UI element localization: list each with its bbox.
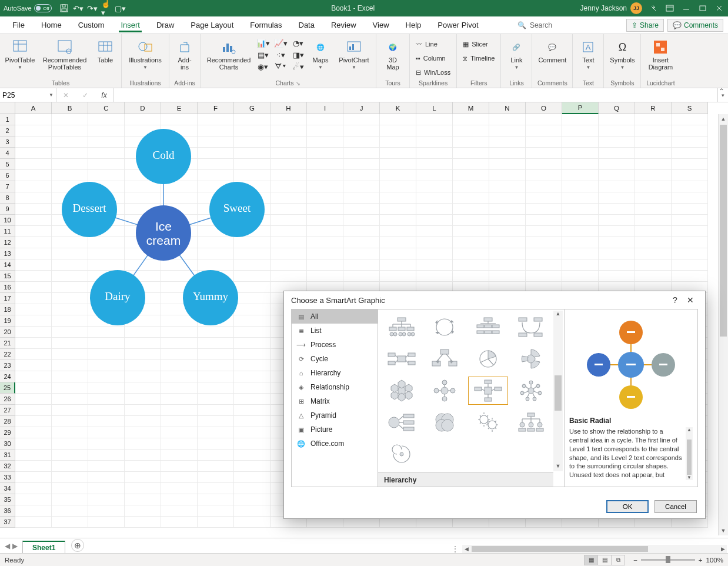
cell[interactable] — [599, 136, 635, 148]
spark-line-button[interactable]: 〰Line — [413, 38, 453, 51]
cell[interactable] — [125, 505, 161, 517]
tab-view[interactable]: View — [365, 18, 397, 32]
smartart-node[interactable]: Sweet — [223, 202, 251, 214]
row-header[interactable]: 26 — [0, 394, 15, 405]
smartart-node[interactable]: Yummy — [193, 290, 229, 302]
cell[interactable] — [526, 125, 562, 136]
cell[interactable] — [489, 215, 526, 226]
row-header[interactable]: 30 — [0, 438, 15, 450]
cell[interactable] — [599, 259, 635, 271]
share-button[interactable]: ⇪Share — [626, 19, 664, 32]
smartart-thumb[interactable] — [382, 313, 422, 341]
cell[interactable] — [562, 125, 599, 136]
cell[interactable] — [307, 215, 343, 226]
user-menu[interactable]: Jenny Jackson JJ — [580, 2, 642, 14]
cell[interactable] — [198, 438, 234, 450]
row-header[interactable]: 14 — [0, 259, 15, 271]
cell[interactable] — [125, 405, 161, 416]
column-header[interactable]: B — [52, 102, 88, 114]
cell[interactable] — [161, 494, 198, 505]
cell[interactable] — [198, 382, 234, 394]
cell[interactable] — [15, 360, 52, 371]
category-item[interactable]: ⟳Cycle — [292, 352, 378, 366]
cell[interactable] — [234, 494, 271, 505]
cell[interactable] — [198, 494, 234, 505]
cell[interactable] — [489, 159, 526, 170]
cell[interactable] — [15, 394, 52, 405]
cell[interactable] — [489, 148, 526, 159]
cell[interactable] — [125, 338, 161, 349]
row-header[interactable]: 7 — [0, 181, 15, 192]
column-header[interactable]: F — [198, 102, 234, 114]
cell[interactable] — [52, 483, 88, 494]
smartart-thumb[interactable] — [382, 377, 422, 405]
column-header[interactable]: R — [635, 102, 672, 114]
cell[interactable] — [599, 226, 635, 237]
cell[interactable] — [198, 338, 234, 349]
cell[interactable] — [234, 360, 271, 371]
cell[interactable] — [672, 136, 708, 148]
cell[interactable] — [307, 259, 343, 271]
cell[interactable] — [635, 215, 672, 226]
cell[interactable] — [343, 170, 380, 181]
cell[interactable] — [380, 215, 416, 226]
tab-file[interactable]: File — [5, 18, 32, 32]
cell[interactable] — [489, 259, 526, 271]
cell[interactable] — [635, 204, 672, 215]
cell[interactable] — [15, 461, 52, 472]
cell[interactable] — [672, 204, 708, 215]
cell[interactable] — [161, 416, 198, 427]
cell[interactable] — [416, 125, 453, 136]
dialog-launcher-icon[interactable]: ↘ — [296, 81, 300, 86]
cell[interactable] — [88, 416, 125, 427]
cell[interactable] — [380, 248, 416, 259]
cell[interactable] — [234, 338, 271, 349]
row-header[interactable]: 3 — [0, 136, 15, 148]
cell[interactable] — [88, 382, 125, 394]
cell[interactable] — [125, 371, 161, 382]
cell[interactable] — [635, 192, 672, 204]
cell[interactable] — [453, 148, 489, 159]
qat-expand-icon[interactable]: ▢▾ — [115, 3, 126, 14]
cell[interactable] — [161, 517, 198, 528]
cell[interactable] — [526, 204, 562, 215]
dialog-close-icon[interactable]: ✕ — [683, 295, 698, 305]
view-pagebreak-icon[interactable]: ⧉ — [611, 555, 625, 565]
cell[interactable] — [380, 125, 416, 136]
cell[interactable] — [526, 237, 562, 248]
cell[interactable] — [198, 394, 234, 405]
cell[interactable] — [453, 136, 489, 148]
cell[interactable] — [453, 192, 489, 204]
addins-button[interactable]: Add- ins — [173, 36, 196, 71]
surface-chart-icon[interactable]: ◉▾ — [256, 61, 270, 72]
comments-button[interactable]: 💬Comments — [667, 19, 723, 32]
row-header[interactable]: 5 — [0, 159, 15, 170]
cell[interactable] — [526, 170, 562, 181]
cell[interactable] — [307, 248, 343, 259]
cell[interactable] — [52, 349, 88, 360]
row-header[interactable]: 22 — [0, 349, 15, 360]
cell[interactable] — [489, 181, 526, 192]
row-header[interactable]: 4 — [0, 148, 15, 159]
cell[interactable] — [125, 483, 161, 494]
close-icon[interactable] — [714, 3, 724, 14]
cell[interactable] — [88, 371, 125, 382]
row-header[interactable]: 37 — [0, 517, 15, 528]
cell[interactable] — [635, 226, 672, 237]
cell[interactable] — [416, 192, 453, 204]
pivotchart-button[interactable]: PivotChart ▼ — [336, 36, 372, 70]
slicer-button[interactable]: ▦Slicer — [460, 38, 497, 51]
cell[interactable] — [635, 114, 672, 125]
vertical-scrollbar[interactable]: ▲▼ — [718, 114, 728, 535]
cell[interactable] — [453, 114, 489, 125]
timeline-button[interactable]: ⧖Timeline — [460, 52, 497, 65]
cell[interactable] — [343, 259, 380, 271]
column-header[interactable]: E — [161, 102, 198, 114]
cell[interactable] — [52, 461, 88, 472]
cell[interactable] — [599, 114, 635, 125]
cell[interactable] — [562, 148, 599, 159]
cell[interactable] — [453, 248, 489, 259]
cell[interactable] — [52, 427, 88, 438]
touch-icon[interactable]: ☝▾ — [101, 3, 112, 14]
lucidchart-button[interactable]: Insert Diagram — [644, 36, 676, 71]
